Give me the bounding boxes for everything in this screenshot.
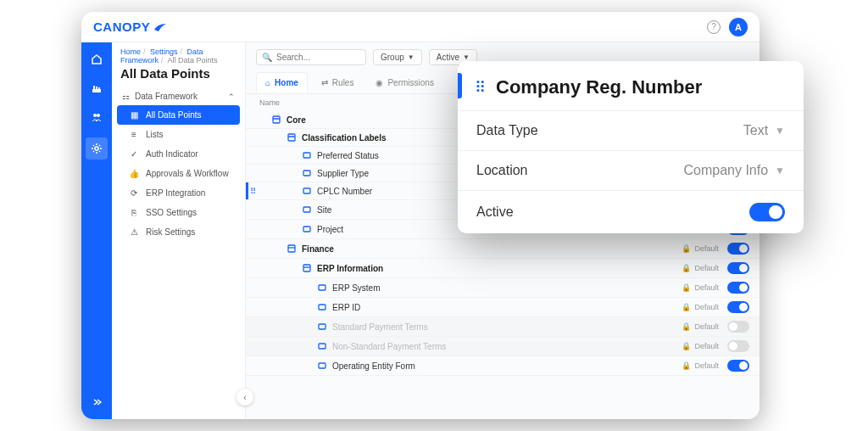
tree-row[interactable]: ERP System🔒Default bbox=[246, 278, 760, 298]
rail-users-icon[interactable] bbox=[88, 109, 105, 126]
row-toggle[interactable] bbox=[727, 262, 749, 274]
crumb-home[interactable]: Home bbox=[120, 48, 141, 56]
field-icon bbox=[317, 283, 327, 293]
sidebar-item-risk[interactable]: ⚠ Risk Settings bbox=[117, 222, 240, 242]
sidebar-group-header[interactable]: ⚏ Data Framework ⌃ bbox=[117, 87, 240, 105]
lists-icon: ≡ bbox=[129, 130, 139, 139]
sidebar-item-auth-indicator[interactable]: ✓ Auth Indicator bbox=[117, 144, 240, 164]
sidebar-collapse-button[interactable]: ‹ bbox=[236, 389, 253, 406]
svg-rect-1 bbox=[93, 86, 95, 89]
section-icon bbox=[271, 115, 281, 125]
row-label: Non-Standard Payment Terms bbox=[332, 342, 682, 351]
all-data-points-icon: ▦ bbox=[129, 110, 139, 120]
row-toggle[interactable] bbox=[727, 282, 749, 294]
lock-icon: 🔒 bbox=[682, 283, 691, 292]
lock-icon: 🔒 bbox=[682, 244, 691, 253]
avatar[interactable]: A bbox=[729, 18, 748, 36]
field-icon bbox=[317, 341, 327, 351]
crumb-settings[interactable]: Settings bbox=[150, 48, 178, 56]
search-box[interactable]: 🔍 bbox=[256, 49, 366, 65]
row-toggle[interactable] bbox=[727, 360, 749, 372]
tab-home-label: Home bbox=[275, 78, 298, 87]
sidebar-item-approvals[interactable]: 👍 Approvals & Workflow bbox=[117, 164, 240, 183]
rail-factory-icon[interactable] bbox=[88, 80, 105, 97]
card-key-data-type: Data Type bbox=[476, 123, 538, 138]
help-icon[interactable]: ? bbox=[707, 20, 721, 34]
section-icon bbox=[287, 243, 297, 254]
home-icon: ⌂ bbox=[265, 78, 270, 87]
svg-rect-14 bbox=[303, 207, 310, 212]
rail-home-icon[interactable] bbox=[88, 51, 105, 68]
section-icon bbox=[287, 132, 297, 143]
tree-row[interactable]: ERP Information🔒Default bbox=[246, 259, 760, 278]
lock-icon: 🔒 bbox=[682, 361, 691, 370]
row-toggle[interactable] bbox=[727, 321, 749, 333]
framework-icon: ⚏ bbox=[122, 92, 130, 101]
tree-row[interactable]: Finance🔒Default bbox=[246, 239, 760, 259]
card-title: Company Reg. Number bbox=[496, 76, 702, 98]
rules-icon: ⇄ bbox=[321, 78, 328, 87]
row-toggle[interactable] bbox=[727, 301, 749, 313]
topbar: CANOPY ? A bbox=[81, 12, 760, 42]
detail-card: ⠿ Company Reg. Number Data Type Text ▼ L… bbox=[458, 61, 804, 233]
tree-row[interactable]: ERP ID🔒Default bbox=[246, 298, 760, 317]
tab-permissions[interactable]: ◉ Permissions bbox=[367, 72, 442, 93]
group-filter-label: Group bbox=[381, 53, 404, 62]
chevron-up-icon: ⌃ bbox=[228, 92, 235, 101]
card-row-location[interactable]: Location Company Info ▼ bbox=[458, 150, 804, 190]
group-filter-button[interactable]: Group ▼ bbox=[373, 49, 422, 65]
svg-rect-22 bbox=[319, 324, 326, 329]
tree-row[interactable]: Standard Payment Terms🔒Default bbox=[246, 317, 760, 337]
tab-permissions-label: Permissions bbox=[387, 78, 433, 87]
svg-point-5 bbox=[97, 114, 100, 117]
rail-settings-icon[interactable] bbox=[86, 137, 108, 160]
drag-handle-icon[interactable]: ⠿ bbox=[475, 78, 484, 97]
field-icon bbox=[302, 168, 312, 178]
row-label: ERP Information bbox=[317, 264, 682, 273]
nav-rail bbox=[81, 42, 112, 419]
card-row-data-type[interactable]: Data Type Text ▼ bbox=[458, 110, 804, 150]
sidebar-item-erp[interactable]: ⟳ ERP Integration bbox=[117, 183, 240, 203]
svg-point-6 bbox=[95, 147, 98, 150]
lock-icon: 🔒 bbox=[682, 322, 691, 331]
card-key-active: Active bbox=[476, 204, 514, 220]
svg-rect-11 bbox=[303, 153, 310, 158]
tree-row[interactable]: Operating Entity Form🔒Default bbox=[246, 356, 760, 376]
svg-rect-7 bbox=[273, 116, 280, 123]
row-label: ERP ID bbox=[332, 303, 682, 312]
field-icon bbox=[302, 150, 312, 160]
svg-rect-0 bbox=[92, 89, 101, 92]
default-badge: Default bbox=[694, 264, 719, 272]
sidebar-item-all-data-points[interactable]: ▦ All Data Points bbox=[117, 105, 240, 125]
svg-point-4 bbox=[93, 114, 97, 117]
tab-home[interactable]: ⌂ Home bbox=[256, 72, 308, 93]
tree-row[interactable]: Non-Standard Payment Terms🔒Default bbox=[246, 337, 760, 356]
card-value-data-type: Text bbox=[743, 123, 768, 138]
default-badge: Default bbox=[694, 303, 719, 311]
svg-rect-21 bbox=[319, 305, 326, 310]
svg-rect-24 bbox=[319, 363, 326, 368]
row-toggle[interactable] bbox=[727, 340, 749, 352]
search-input[interactable] bbox=[276, 53, 360, 62]
sidebar-item-label: Lists bbox=[146, 130, 164, 139]
row-toggle[interactable] bbox=[727, 243, 749, 255]
tab-rules[interactable]: ⇄ Rules bbox=[313, 72, 363, 93]
field-icon bbox=[302, 224, 312, 234]
brand-wing-icon bbox=[153, 22, 167, 32]
crumb-current: All Data Points bbox=[168, 56, 218, 64]
rail-expand-icon[interactable] bbox=[88, 394, 105, 411]
sidebar-item-lists[interactable]: ≡ Lists bbox=[117, 125, 240, 144]
default-badge: Default bbox=[694, 342, 719, 350]
brand-logo[interactable]: CANOPY bbox=[93, 20, 167, 34]
default-badge: Default bbox=[694, 361, 719, 370]
active-toggle[interactable] bbox=[749, 203, 785, 221]
section-icon bbox=[302, 263, 312, 273]
auth-indicator-icon: ✓ bbox=[129, 149, 139, 159]
sidebar-group-label: Data Framework bbox=[135, 92, 198, 101]
row-label: Operating Entity Form bbox=[332, 361, 682, 371]
drag-handle-icon[interactable]: ⠿ bbox=[246, 187, 259, 196]
active-filter-label: Active bbox=[437, 53, 459, 62]
brand-text: CANOPY bbox=[93, 20, 150, 34]
sidebar-item-label: ERP Integration bbox=[146, 188, 205, 198]
sidebar-item-sso[interactable]: ⎘ SSO Settings bbox=[117, 203, 240, 222]
